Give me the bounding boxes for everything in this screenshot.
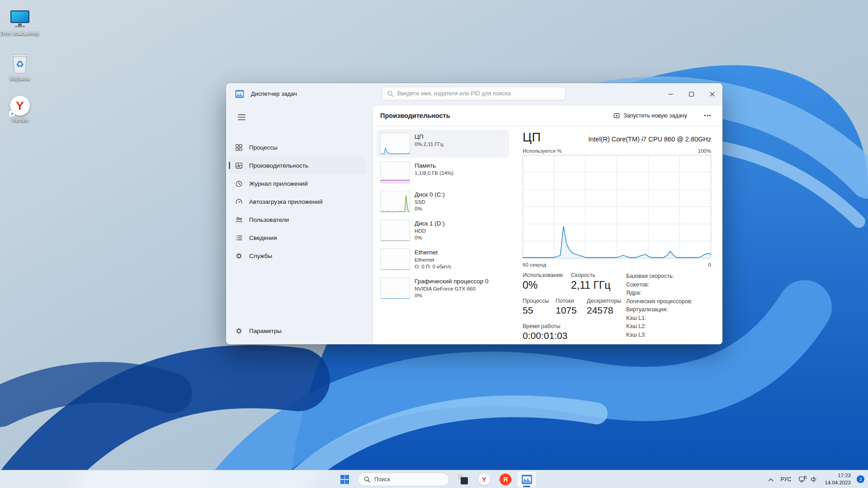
tray-system-icons[interactable]: [798, 474, 819, 484]
perf-item-title: Диск 1 (D:): [415, 220, 445, 228]
sidebar-item-users[interactable]: Пользователи: [229, 211, 366, 229]
ethernet-mini-chart: [380, 249, 410, 270]
taskbar: Поиск Y Я: [0, 470, 868, 488]
cpu-stats: Использование 0% Скорость 2,11 ГГц Проце…: [523, 272, 711, 344]
perf-item-disk0[interactable]: Диск 0 (C:) SSD 0%: [377, 188, 509, 216]
disk1-mini-chart: [380, 220, 410, 241]
tray-time: 17:23: [825, 472, 851, 479]
taskbar-app-dark-squares[interactable]: [453, 471, 472, 488]
task-manager-app-icon: [235, 90, 244, 100]
performance-icon: [235, 162, 243, 169]
cpu-detail-pane: ЦП Intel(R) Core(TM) i7 CPU 860 @ 2.80GH…: [523, 131, 711, 344]
search-icon: [364, 476, 370, 483]
navigation-menu-button[interactable]: [232, 109, 250, 125]
users-icon: [235, 216, 243, 224]
chart-xlabel-right: 0: [708, 262, 711, 267]
taskbar-app-task-manager[interactable]: [517, 471, 536, 488]
stat-usage: Использование 0%: [523, 272, 563, 291]
sidebar-item-label: Службы: [249, 253, 272, 259]
more-options-button[interactable]: [700, 109, 715, 122]
perf-item-line: О: 0 П: 0 кбит/с: [415, 263, 452, 270]
run-new-task-button[interactable]: Запустить новую задачу: [609, 110, 692, 122]
shortcut-arrow-icon: ↗: [9, 111, 15, 117]
perf-item-ethernet[interactable]: Ethernet Ethernet О: 0 П: 0 кбит/с: [377, 245, 509, 273]
perf-item-gpu[interactable]: Графический процессор 0 NVIDIA GeForce G…: [377, 274, 509, 302]
task-manager-window: Диспетчер задач: [226, 83, 722, 344]
page-title: Производительность: [380, 112, 450, 119]
titlebar: Диспетчер задач: [226, 83, 722, 105]
close-button[interactable]: [702, 83, 722, 105]
recycle-bin-icon: ♻: [0, 51, 40, 74]
search-input[interactable]: [397, 90, 560, 97]
perf-item-title: Диск 0 (C:): [415, 191, 445, 199]
desktop-icon-recycle-bin[interactable]: ♻ Корзина: [0, 51, 40, 82]
taskbar-app-yandex[interactable]: Я: [496, 471, 515, 488]
settings-gear-icon: [235, 327, 243, 335]
svg-text:♻: ♻: [16, 59, 24, 69]
this-pc-icon: [0, 5, 40, 29]
perf-item-line: 0% 2,11 ГГц: [415, 141, 443, 148]
language-indicator[interactable]: РУС: [779, 474, 792, 484]
content-pane: Производительность Запустить новую задач…: [373, 105, 722, 344]
chart-ymax: 100%: [698, 148, 711, 154]
cpu-info-labels: Базовая скорость: Сокетов: Ядра: Логичес…: [626, 272, 693, 339]
desktop-icon-this-pc[interactable]: Этот компьютер: [0, 5, 40, 37]
search-icon: [387, 91, 393, 97]
perf-item-title: ЦП: [415, 133, 443, 141]
window-title: Диспетчер задач: [251, 90, 297, 97]
network-icon: [799, 476, 807, 483]
task-search-box[interactable]: [382, 87, 566, 100]
yandex-browser-icon: Y: [478, 474, 490, 485]
run-new-task-label: Запустить новую задачу: [623, 113, 687, 119]
perf-item-cpu[interactable]: ЦП 0% 2,11 ГГц: [377, 130, 509, 158]
perf-item-line: SSD: [415, 199, 445, 206]
tray-clock[interactable]: 17:23 14.04.2023: [825, 472, 851, 486]
tray-chevron-button[interactable]: [768, 475, 774, 483]
sidebar-item-processes[interactable]: Процессы: [229, 138, 366, 156]
sidebar-item-label: Сведения: [249, 235, 277, 241]
taskbar-search[interactable]: Поиск: [358, 473, 449, 486]
stat-speed: Скорость 2,11 ГГц: [571, 272, 611, 291]
perf-item-line: 0%: [415, 235, 445, 241]
sidebar-item-services[interactable]: Службы: [229, 247, 366, 265]
performance-list: ЦП 0% 2,11 ГГц Память 1,1/8,0 ГБ (14%) Д…: [377, 130, 509, 303]
perf-item-memory[interactable]: Память 1,1/8,0 ГБ (14%): [377, 159, 509, 187]
maximize-button[interactable]: [681, 83, 702, 105]
desktop-icon-yandex[interactable]: Y↗ Yandex: [0, 92, 40, 124]
yandex-browser-icon: Y↗: [0, 92, 40, 116]
sidebar-item-label: Автозагрузка приложений: [249, 198, 322, 205]
sidebar-nav: Процессы Производительность: [229, 138, 366, 265]
notification-badge[interactable]: 3: [857, 475, 864, 483]
settings-label: Параметры: [249, 328, 282, 334]
perf-item-title: Графический процессор 0: [415, 278, 489, 286]
sidebar-item-label: Пользователи: [249, 216, 289, 223]
sidebar-item-app-history[interactable]: Журнал приложений: [229, 174, 366, 192]
task-manager-icon: [521, 474, 533, 484]
services-gear-icon: [235, 252, 243, 260]
stat-handles: Дескрипторы 24578: [587, 298, 621, 316]
hamburger-icon: [238, 114, 245, 120]
sidebar: Процессы Производительность: [226, 105, 373, 344]
chevron-up-icon: [768, 478, 774, 482]
sidebar-item-settings[interactable]: Параметры: [229, 322, 366, 340]
new-task-icon: [613, 113, 620, 119]
disk0-mini-chart: [380, 191, 410, 212]
sidebar-item-startup-apps[interactable]: Автозагрузка приложений: [229, 192, 366, 211]
cpu-model: Intel(R) Core(TM) i7 CPU 860 @ 2.80GHz: [588, 136, 711, 143]
minimize-button[interactable]: [660, 83, 681, 105]
start-button[interactable]: [335, 471, 354, 488]
content-header: Производительность Запустить новую задач…: [373, 105, 722, 126]
taskbar-search-label: Поиск: [374, 476, 390, 483]
stat-uptime: Время работы 0:00:01:03: [523, 323, 567, 341]
sidebar-item-details[interactable]: Сведения: [229, 229, 366, 247]
taskbar-app-yandex-browser[interactable]: Y: [475, 471, 494, 488]
sidebar-item-performance[interactable]: Производительность: [229, 156, 366, 174]
sidebar-item-label: Производительность: [249, 162, 308, 169]
stat-processes: Процессы 55: [523, 298, 549, 316]
perf-item-title: Ethernet: [415, 249, 452, 257]
perf-item-line: 0%: [415, 292, 489, 299]
sidebar-item-label: Процессы: [249, 144, 278, 151]
perf-item-disk1[interactable]: Диск 1 (D:) HDD 0%: [377, 216, 509, 244]
volume-icon: [811, 476, 818, 483]
cpu-mini-chart: [380, 133, 410, 155]
